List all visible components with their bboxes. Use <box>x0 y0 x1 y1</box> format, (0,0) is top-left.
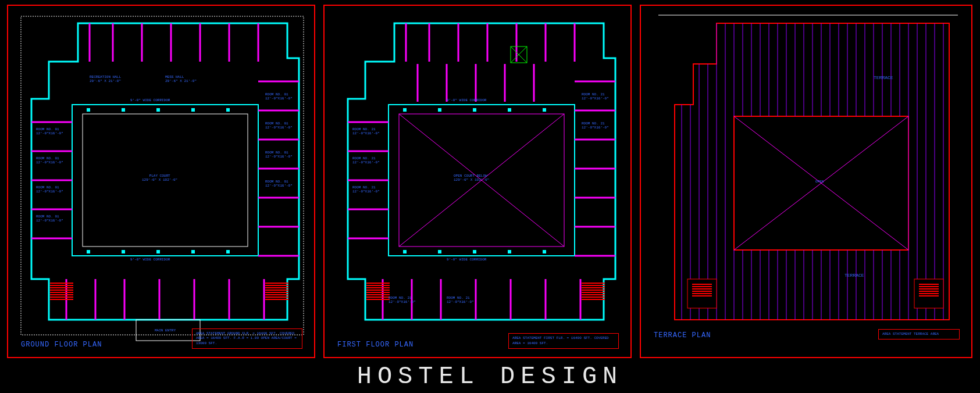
room-sample-2: ROOM NO. 01 12'-0"X16'-0" <box>36 157 63 165</box>
plan-title-first: FIRST FLOOR PLAN <box>337 341 414 349</box>
open-below-label: OPEN <box>815 180 824 184</box>
stair-left-icon <box>366 283 390 301</box>
svg-rect-33 <box>226 108 230 112</box>
corridor-bottom: 9'-0" WIDE CORRIDOR <box>447 258 486 262</box>
room-sample-r3: ROOM NO. 01 12'-0"X16'-0" <box>265 151 293 159</box>
svg-rect-30 <box>122 108 125 112</box>
plan-terrace: TERRACE TERRACE OPEN TERRACE PLAN AREA S… <box>640 5 972 358</box>
plan-ground-floor: PLAY COURT 129'-6" X 102'-6" 9'-0" WIDE … <box>7 5 315 358</box>
mumty-stair-right-icon <box>919 284 939 298</box>
plan-title-terrace: TERRACE PLAN <box>654 331 711 340</box>
room-sample-b1: ROOM NO. 21 12'-0"X16'-0" <box>389 296 416 304</box>
room-sample-b2: ROOM NO. 21 12'-0"X16'-0" <box>447 296 474 304</box>
stair-right-icon <box>582 283 605 301</box>
room-sample-l2: ROOM NO. 21 12'-0"X16'-0" <box>352 157 380 165</box>
room-sample-r1: ROOM NO. 21 12'-0"X16'-0" <box>582 93 609 101</box>
terrace-label-bottom: TERRACE <box>844 273 864 278</box>
area-statement-terrace: AREA STATEMENT TERRACE AREA <box>878 329 960 340</box>
corridor-label-top: 9'-0" WIDE CORRIDOR <box>130 99 170 103</box>
svg-rect-36 <box>156 250 160 253</box>
courtyard-label: PLAY COURT 129'-6" X 102'-6" <box>142 174 177 182</box>
mess-label: MESS HALL 29'-6" X 21'-0" <box>165 76 197 83</box>
area-statement-ground: AREA STATEMENT GROUND FLR. = 16400 SFT. … <box>192 328 302 349</box>
svg-rect-83 <box>508 250 511 253</box>
room-sample-l3: ROOM NO. 21 12'-0"X16'-0" <box>352 186 380 194</box>
svg-rect-32 <box>191 108 195 112</box>
room-sample-r2: ROOM NO. 01 12'-0"X16'-0" <box>265 122 293 130</box>
dining-label: RECREATION HALL 29'-6" X 21'-0" <box>90 76 121 83</box>
svg-rect-35 <box>122 250 125 253</box>
svg-rect-34 <box>87 250 90 253</box>
main-title: HOSTEL DESIGN <box>0 363 980 391</box>
mumty-stair-left-icon <box>692 284 712 298</box>
svg-rect-82 <box>473 250 476 253</box>
svg-rect-76 <box>438 108 441 112</box>
svg-rect-38 <box>226 250 230 253</box>
svg-rect-79 <box>543 108 546 112</box>
courtyard-label: OPEN COURT BELOW 129'-6" X 102'-6" <box>454 174 489 182</box>
plan-terrace-svg <box>641 6 974 359</box>
room-sample-r1: ROOM NO. 01 12'-0"X16'-0" <box>265 93 293 101</box>
room-sample-r2: ROOM NO. 21 12'-0"X16'-0" <box>582 122 609 130</box>
svg-rect-31 <box>156 108 160 112</box>
svg-rect-81 <box>438 250 441 253</box>
room-sample-r4: ROOM NO. 01 12'-0"X16'-0" <box>265 180 293 188</box>
room-sample-1: ROOM NO. 01 12'-0"X16'-0" <box>36 128 63 135</box>
svg-rect-80 <box>403 250 407 253</box>
room-sample-3: ROOM NO. 01 12'-0"X16'-0" <box>36 186 63 194</box>
plan-first-floor: OPEN COURT BELOW 129'-6" X 102'-6" 9'-0"… <box>323 5 632 358</box>
stair-right-icon <box>265 283 288 301</box>
svg-rect-77 <box>473 108 476 112</box>
svg-rect-37 <box>191 250 195 253</box>
svg-rect-75 <box>403 108 407 112</box>
corridor-top: 9'-0" WIDE CORRIDOR <box>447 99 486 103</box>
room-sample-4: ROOM NO. 01 12'-0"X16'-0" <box>36 215 63 223</box>
stair-left-icon <box>50 283 73 301</box>
terrace-label-top: TERRACE <box>874 76 893 81</box>
svg-rect-78 <box>508 108 511 112</box>
area-statement-first: AREA STATEMENT FIRST FLR. = 16400 SFT. C… <box>508 333 619 349</box>
plan-first-svg <box>325 6 633 359</box>
plan-title-ground: GROUND FLOOR PLAN <box>21 341 102 349</box>
room-sample-l1: ROOM NO. 21 12'-0"X16'-0" <box>352 128 380 135</box>
svg-rect-84 <box>543 250 546 253</box>
entry-label: MAIN ENTRY <box>155 329 176 333</box>
svg-rect-29 <box>87 108 90 112</box>
corridor-label-bottom: 9'-0" WIDE CORRIDOR <box>130 258 170 262</box>
